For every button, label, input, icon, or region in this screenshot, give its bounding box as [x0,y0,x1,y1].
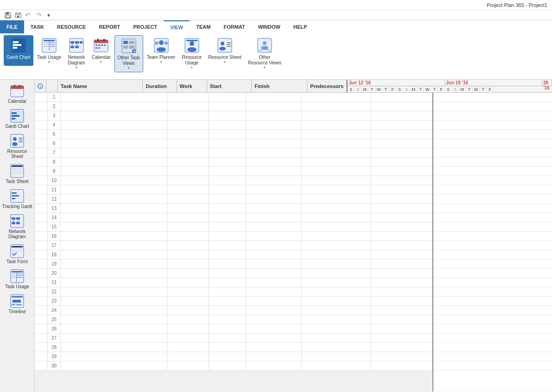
cell-taskname[interactable] [61,176,167,185]
table-row[interactable]: 21 [35,278,432,287]
cell-duration[interactable] [167,213,209,222]
tab-format[interactable]: FORMAT [217,20,251,33]
cell-finish[interactable] [302,111,371,120]
view-item-gantt-chart[interactable]: Gantt Chart [1,107,33,131]
cell-duration[interactable] [167,361,209,370]
cell-finish[interactable] [302,250,371,259]
table-row[interactable]: 7 [35,148,432,158]
cell-start[interactable] [246,250,302,259]
table-row[interactable]: 3 [35,111,432,120]
cell-work[interactable] [209,250,246,259]
cell-predecessors[interactable] [371,213,432,222]
cell-work[interactable] [209,315,246,324]
cell-duration[interactable] [167,195,209,203]
cell-predecessors[interactable] [371,204,432,213]
cell-finish[interactable] [302,343,371,352]
cell-work[interactable] [209,352,246,361]
cell-finish[interactable] [302,361,371,370]
cell-finish[interactable] [302,93,371,101]
customize-qat-button[interactable]: ▾ [44,11,53,19]
cell-start[interactable] [246,176,302,185]
table-row[interactable]: 8 [35,158,432,167]
resource-sheet-ribbon-button[interactable]: Resource Sheet ▾ [205,35,244,66]
table-row[interactable]: 28 [35,343,432,352]
cell-work[interactable] [209,176,246,185]
cell-finish[interactable] [302,324,371,333]
cell-work[interactable] [209,102,246,111]
cell-predecessors[interactable] [371,259,432,268]
tab-task[interactable]: TASK [24,20,51,33]
cell-duration[interactable] [167,185,209,194]
cell-taskname[interactable] [61,315,167,324]
cell-finish[interactable] [302,315,371,324]
cell-work[interactable] [209,167,246,176]
table-row[interactable]: 5 [35,130,432,139]
cell-work[interactable] [209,259,246,268]
cell-predecessors[interactable] [371,93,432,101]
cell-finish[interactable] [302,278,371,287]
cell-taskname[interactable] [61,120,167,129]
team-planner-dropdown[interactable]: ▾ [160,60,162,64]
table-row[interactable]: 17 [35,241,432,250]
cell-predecessors[interactable] [371,343,432,352]
resource-usage-ribbon-button[interactable]: ResourceUsage ▾ [179,35,204,71]
cell-duration[interactable] [167,130,209,139]
cell-finish[interactable] [302,195,371,203]
cell-start[interactable] [246,120,302,129]
table-row[interactable]: 13 [35,204,432,213]
cell-start[interactable] [246,306,302,315]
cell-predecessors[interactable] [371,195,432,203]
table-row[interactable]: 18 [35,250,432,259]
cell-duration[interactable] [167,241,209,250]
cell-predecessors[interactable] [371,361,432,370]
other-task-views-ribbon-button[interactable]: ▾ Other TaskViews ▾ [114,35,143,72]
cell-predecessors[interactable] [371,269,432,278]
cell-duration[interactable] [167,324,209,333]
cell-finish[interactable] [302,185,371,194]
cell-finish[interactable] [302,213,371,222]
table-row[interactable]: 12 [35,195,432,204]
cell-taskname[interactable] [61,158,167,166]
view-item-tracking-gantt[interactable]: Tracking Gantt [1,187,33,211]
cell-taskname[interactable] [61,167,167,176]
table-row[interactable]: 24 [35,306,432,315]
table-row[interactable]: 25 [35,315,432,324]
cell-start[interactable] [246,352,302,361]
table-row[interactable]: 2 [35,102,432,111]
cell-predecessors[interactable] [371,324,432,333]
save-disk-qat-button[interactable] [14,11,22,19]
cell-start[interactable] [246,269,302,278]
cell-work[interactable] [209,297,246,305]
cell-finish[interactable] [302,352,371,361]
cell-duration[interactable] [167,111,209,120]
cell-taskname[interactable] [61,213,167,222]
table-row[interactable]: 6 [35,139,432,148]
cell-taskname[interactable] [61,259,167,268]
cell-finish[interactable] [302,176,371,185]
cell-start[interactable] [246,315,302,324]
cell-work[interactable] [209,361,246,370]
calendar-ribbon-button[interactable]: Calendar ▾ [89,35,114,66]
tab-project[interactable]: PROJECT [127,20,164,33]
cell-taskname[interactable] [61,278,167,287]
table-row[interactable]: 26 [35,324,432,334]
cell-finish[interactable] [302,130,371,139]
cell-taskname[interactable] [61,287,167,296]
gantt-chart-ribbon-button[interactable]: Gantt Chart ▾ [4,35,33,66]
cell-taskname[interactable] [61,102,167,111]
cell-duration[interactable] [167,250,209,259]
cell-finish[interactable] [302,297,371,305]
cell-start[interactable] [246,259,302,268]
cell-start[interactable] [246,148,302,157]
cell-taskname[interactable] [61,139,167,148]
cell-predecessors[interactable] [371,334,432,342]
cell-duration[interactable] [167,222,209,231]
cell-start[interactable] [246,167,302,176]
cell-work[interactable] [209,195,246,203]
cell-duration[interactable] [167,148,209,157]
cell-work[interactable] [209,204,246,213]
cell-duration[interactable] [167,176,209,185]
cell-finish[interactable] [302,334,371,342]
cell-work[interactable] [209,120,246,129]
cell-duration[interactable] [167,315,209,324]
